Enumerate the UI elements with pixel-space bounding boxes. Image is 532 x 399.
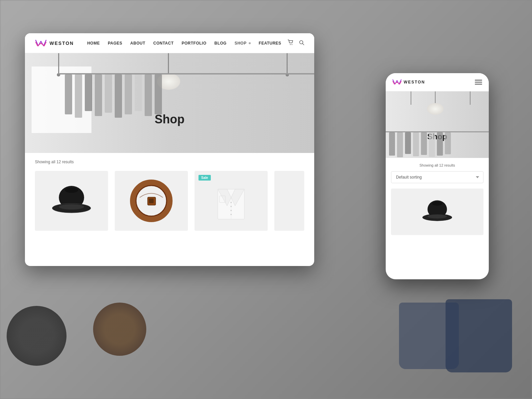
mobile-clothes [389,132,451,157]
mobile-lamp-rope [435,91,436,103]
desktop-hero: Shop [25,53,314,153]
cloth-4 [95,74,102,116]
belt-image [115,171,188,231]
svg-point-1 [292,44,292,45]
sale-badge: Sale [199,175,211,181]
svg-point-0 [290,44,291,45]
mobile-cloth-5 [421,132,427,155]
product-4[interactable] [274,171,304,231]
hamburger-line-3 [475,84,482,84]
svg-point-6 [59,204,84,209]
svg-line-3 [303,44,304,45]
svg-point-22 [428,214,447,218]
mobile-logo-text: WESTON [404,80,425,84]
hamburger-line-2 [475,82,482,82]
cart-icon[interactable] [288,40,294,47]
mobile-cloth-8 [445,132,451,154]
cloth-8 [135,74,142,111]
mobile-cloth-6 [429,132,435,157]
mobile-hero: Shop [386,91,489,158]
nav-portfolio[interactable]: PORTFOLIO [182,41,206,46]
svg-point-23 [432,201,443,205]
nav-shop[interactable]: SHOP [234,41,251,46]
mobile-header: WESTON [386,73,489,91]
desktop-shop-title: Shop [155,112,185,126]
cloth-6 [115,74,122,118]
nav-blog[interactable]: BLOG [214,41,227,46]
hamburger-menu[interactable] [475,80,482,84]
mobile-cloth-1 [389,132,395,156]
desktop-content: Showing all 12 results [25,153,314,237]
svg-point-7 [65,188,78,193]
hamburger-line-1 [475,80,482,80]
mobile-logo-icon [392,78,402,86]
hat-image [35,171,108,231]
mobile-cloth-4 [413,132,419,156]
nav-about[interactable]: ABOUT [130,41,145,46]
search-icon[interactable] [299,40,304,47]
desktop-mockup: WESTON HOME PAGES ABOUT CONTACT PORTFOLI… [25,33,314,266]
cloth-10 [155,74,162,114]
desktop-logo-text: WESTON [50,41,74,46]
mobile-lamp-shade [427,103,444,115]
nav-shop-dot [249,42,251,44]
mobile-cloth-7 [437,132,443,156]
desktop-nav: HOME PAGES ABOUT CONTACT PORTFOLIO BLOG … [87,41,288,46]
mobile-mockup: WESTON Shop [386,73,489,279]
nav-home[interactable]: HOME [87,41,100,46]
product-hat[interactable] [35,171,108,231]
mobile-sort-dropdown[interactable]: Default sorting Sort by popularity Sort … [391,171,483,183]
lamp-rope [168,53,169,73]
products-grid: Sale [35,171,304,231]
desktop-logo-icon [35,39,47,48]
svg-rect-12 [149,199,154,203]
desktop-logo-area[interactable]: WESTON [35,39,74,48]
mobile-content: Showing all 12 results Default sorting S… [386,158,489,240]
mobile-cloth-3 [405,132,411,154]
cloth-2 [75,74,82,118]
nav-contact[interactable]: CONTACT [153,41,174,46]
header-icons [288,40,304,47]
cloth-5 [105,74,112,113]
left-pulley-rope [58,53,59,75]
cloth-1 [65,74,72,114]
mobile-results-count: Showing all 12 results [391,163,483,167]
bg-bag2-decoration [399,303,459,369]
mobile-cloth-2 [397,132,403,157]
results-count: Showing all 12 results [35,160,304,164]
bg-hat-decoration [7,306,66,366]
product-belt[interactable] [115,171,188,231]
nav-pages[interactable]: PAGES [108,41,122,46]
cloth-9 [145,74,152,116]
mobile-hat-image [391,189,483,235]
mobile-logo-area[interactable]: WESTON [392,78,425,86]
bg-belt-decoration [93,303,146,356]
mobile-right-rope [470,91,470,105]
clothes-items [65,74,162,118]
product-shirt[interactable]: Sale [195,171,268,231]
mobile-rack-area [386,125,489,158]
nav-features[interactable]: FEATURES [259,41,281,46]
mobile-left-rope [411,91,411,105]
desktop-header: WESTON HOME PAGES ABOUT CONTACT PORTFOLI… [25,33,314,53]
right-pulley-rope [287,53,288,75]
cloth-3 [85,74,92,111]
mobile-lamp [427,91,444,115]
mobile-product-hat[interactable] [391,189,483,235]
cloth-7 [125,74,132,114]
